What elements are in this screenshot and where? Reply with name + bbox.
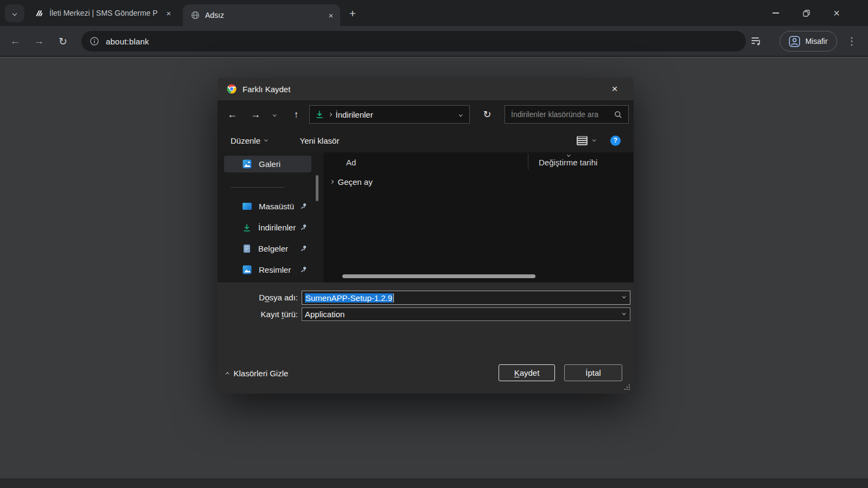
up-arrow-icon: ↑: [294, 109, 299, 120]
dialog-close-button[interactable]: ×: [604, 78, 625, 100]
sort-indicator-icon: [567, 153, 570, 156]
save-as-dialog: Farklı Kaydet × ← → ↑ İndirilenler ↻ İnd…: [218, 78, 634, 394]
hide-folders-label: Klasörleri Gizle: [234, 369, 289, 378]
tab-title: İleti Merkezi | SMS Gönderme P: [49, 9, 159, 17]
filename-label: Dosya adı:: [218, 291, 298, 304]
forward-button[interactable]: →: [29, 31, 49, 52]
search-placeholder: İndirilenler klasöründe ara: [511, 110, 614, 119]
cancel-label: İptal: [585, 368, 601, 377]
group-row-last-month[interactable]: Geçen ay: [330, 177, 373, 187]
recent-locations-button[interactable]: [267, 105, 282, 124]
chevron-down-icon[interactable]: [459, 113, 462, 116]
sidebar-scrollbar[interactable]: [316, 175, 318, 201]
sidebar-item-label: Belgeler: [258, 244, 288, 253]
organize-button[interactable]: Düzenle: [231, 136, 267, 145]
filetype-combobox[interactable]: Application: [302, 307, 630, 321]
dialog-bottom-panel: Dosya adı: SumenAPP-Setup-1.2.9 Kayıt tü…: [218, 282, 634, 394]
address-breadcrumb-bar[interactable]: İndirilenler: [309, 105, 470, 124]
globe-favicon-icon: [190, 11, 200, 20]
browser-menu-button[interactable]: ⋮: [843, 31, 861, 52]
tab-search-button[interactable]: [5, 4, 24, 22]
reload-icon: ↻: [59, 35, 67, 48]
organize-label: Düzenle: [231, 136, 260, 145]
hide-folders-button[interactable]: Klasörleri Gizle: [226, 369, 288, 378]
tab-close-button[interactable]: ×: [164, 8, 174, 18]
view-mode-button[interactable]: [577, 136, 596, 145]
browser-toolbar: ← → ↻ about:blank Misafir ⋮: [0, 26, 868, 56]
pictures-icon: [242, 265, 252, 274]
forward-icon: →: [251, 109, 260, 120]
sidebar-item-label: Resimler: [259, 265, 291, 274]
chevron-down-icon: [264, 138, 267, 141]
netgsm-favicon-icon: [35, 9, 44, 18]
restore-button[interactable]: [791, 0, 821, 26]
filename-combobox[interactable]: SumenAPP-Setup-1.2.9: [302, 291, 630, 305]
sidebar-item-downloads[interactable]: İndirilenler: [224, 219, 311, 236]
browser-window: İleti Merkezi | SMS Gönderme P × Adsız ×…: [0, 0, 868, 488]
chevron-down-icon[interactable]: [622, 294, 626, 298]
pin-icon: [301, 203, 307, 209]
chevron-down-icon: [12, 11, 17, 15]
dialog-titlebar[interactable]: Farklı Kaydet ×: [218, 78, 634, 100]
minimize-icon: [773, 12, 779, 14]
chevron-right-icon: [328, 113, 331, 116]
details-view-icon: [577, 136, 588, 145]
kebab-menu-icon: ⋮: [847, 35, 857, 47]
nav-up-button[interactable]: ↑: [287, 105, 305, 124]
sidebar-item-pictures[interactable]: Resimler: [224, 261, 311, 278]
save-label: Kaydet: [514, 368, 540, 377]
window-controls: ×: [761, 0, 853, 26]
text-caret: [393, 293, 394, 303]
back-button[interactable]: ←: [5, 31, 25, 52]
minimize-button[interactable]: [761, 0, 791, 26]
column-separator[interactable]: [528, 154, 528, 170]
chevron-right-icon: [330, 180, 333, 183]
column-header-date-modified[interactable]: Değiştirme tarihi: [539, 158, 597, 167]
sidebar-item-label: Galeri: [259, 159, 280, 169]
horizontal-scrollbar[interactable]: [342, 274, 535, 278]
help-button[interactable]: ?: [610, 136, 621, 146]
tab-untitled[interactable]: Adsız ×: [183, 4, 340, 26]
documents-icon: [242, 244, 251, 253]
chevron-down-icon: [592, 138, 596, 141]
address-bar[interactable]: about:blank: [81, 31, 746, 52]
cancel-button[interactable]: İptal: [564, 364, 622, 381]
reload-button[interactable]: ↻: [53, 31, 73, 52]
media-controls-button[interactable]: [746, 31, 767, 52]
pin-icon: [301, 224, 307, 230]
page-info-icon[interactable]: [90, 36, 99, 46]
tab-close-button[interactable]: ×: [326, 10, 336, 20]
profile-person-icon: [789, 36, 800, 47]
close-button[interactable]: ×: [821, 0, 852, 26]
resize-grip[interactable]: [629, 389, 630, 390]
chrome-logo-icon: [226, 84, 237, 94]
chevron-down-icon: [273, 113, 276, 116]
dialog-navbar: ← → ↑ İndirilenler ↻ İndirilenler klasör…: [218, 100, 634, 129]
chevron-down-icon[interactable]: [622, 311, 626, 314]
help-icon: ?: [614, 137, 617, 144]
close-icon: ×: [833, 7, 840, 20]
filetype-value: Application: [305, 310, 344, 319]
column-header-name[interactable]: Ad: [346, 158, 356, 167]
sidebar-item-desktop[interactable]: Masaüstü: [224, 198, 311, 215]
filename-value: SumenAPP-Setup-1.2.9: [305, 293, 393, 303]
back-icon: ←: [227, 109, 237, 120]
sidebar-item-documents[interactable]: Belgeler: [224, 240, 311, 257]
save-button[interactable]: Kaydet: [499, 364, 555, 381]
new-folder-button[interactable]: Yeni klasör: [300, 136, 340, 145]
new-folder-label: Yeni klasör: [300, 136, 340, 145]
pictures-icon: [242, 159, 252, 169]
restore-icon: [803, 10, 810, 17]
refresh-button[interactable]: ↻: [478, 105, 496, 124]
nav-back-button[interactable]: ←: [223, 105, 241, 124]
new-tab-button[interactable]: +: [345, 6, 360, 21]
file-list: Ad Değiştirme tarihi Geçen ay: [323, 152, 634, 282]
filetype-label: Kayıt türü:: [218, 307, 298, 321]
url-text: about:blank: [106, 37, 149, 46]
sidebar-item-gallery[interactable]: Galeri: [224, 156, 311, 172]
search-box[interactable]: İndirilenler klasöründe ara: [505, 105, 629, 124]
tab-sms-portal[interactable]: İleti Merkezi | SMS Gönderme P ×: [28, 0, 178, 26]
profile-button[interactable]: Misafir: [780, 31, 837, 52]
nav-forward-button[interactable]: →: [246, 105, 265, 124]
media-queue-icon: [751, 36, 762, 46]
